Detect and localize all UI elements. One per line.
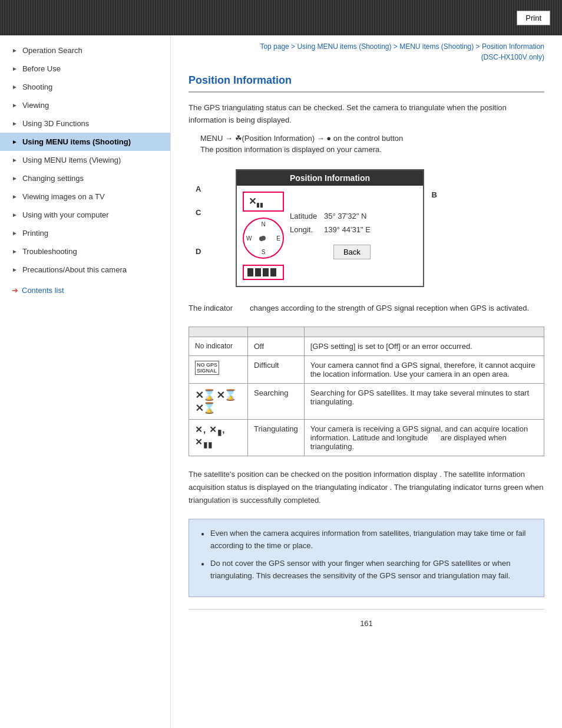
pos-info-header: Position Information bbox=[237, 170, 423, 186]
satellite-text: The satellite's position can be checked … bbox=[189, 468, 544, 507]
bar-seg-3 bbox=[263, 268, 269, 276]
note-box: Even when the camera acquires informatio… bbox=[189, 519, 544, 597]
sidebar-item-operation-search[interactable]: ► Operation Search bbox=[0, 41, 170, 60]
table-cell-indicator-1: NO GPSSIGNAL bbox=[189, 355, 248, 383]
table-row-2: ⨯⌛ ⨯⌛⨯⌛ Searching Searching for GPS sate… bbox=[189, 383, 544, 419]
breadcrumb: Top page > Using MENU items (Shooting) >… bbox=[189, 41, 544, 62]
table-header-status bbox=[248, 327, 305, 337]
main-layout: ► Operation Search ► Before Use ► Shooti… bbox=[0, 35, 562, 728]
label-d: D bbox=[196, 247, 201, 256]
table-cell-status-3: Triangulating bbox=[248, 419, 305, 456]
bar-indicator bbox=[243, 265, 284, 280]
pos-info-box: Position Information ✕▮▮ N S W E bbox=[236, 169, 424, 287]
table-cell-status-1: Difficult bbox=[248, 355, 305, 383]
latitude-row: Latitude 35° 37'32" N bbox=[290, 212, 371, 220]
label-c: C bbox=[196, 208, 201, 217]
back-button[interactable]: Back bbox=[333, 245, 371, 259]
table-cell-desc-0: [GPS setting] is set to [Off] or an erro… bbox=[304, 337, 544, 355]
arrow-icon: ► bbox=[12, 175, 18, 182]
sidebar-item-printing[interactable]: ► Printing bbox=[0, 224, 170, 242]
menu-line-2: The position information is displayed on… bbox=[200, 145, 544, 154]
longitude-label: Longit. bbox=[290, 225, 319, 234]
gps-table: No indicator Off [GPS setting] is set to… bbox=[189, 327, 544, 456]
compass-n: N bbox=[261, 221, 265, 228]
breadcrumb-dsc-note: (DSC-HX100V only) bbox=[481, 53, 544, 61]
arrow-icon: ► bbox=[12, 266, 18, 273]
table-cell-indicator-0: No indicator bbox=[189, 337, 248, 355]
gps-icon: ✕▮▮ bbox=[243, 192, 284, 212]
breadcrumb-top[interactable]: Top page bbox=[260, 42, 289, 51]
breadcrumb-menu-items-shooting[interactable]: MENU items (Shooting) bbox=[399, 42, 474, 51]
breadcrumb-using-menu-shooting[interactable]: Using MENU items (Shooting) bbox=[297, 42, 391, 51]
arrow-icon: ► bbox=[12, 139, 18, 145]
no-gps-icon: NO GPSSIGNAL bbox=[195, 361, 219, 375]
position-info-diagram: A B C D Position Information ✕▮▮ bbox=[189, 160, 544, 297]
table-cell-status-0: Off bbox=[248, 337, 305, 355]
pos-info-body: ✕▮▮ N S W E bbox=[237, 186, 423, 286]
indicator-text: The indicator changes according to the s… bbox=[189, 302, 544, 315]
sidebar: ► Operation Search ► Before Use ► Shooti… bbox=[0, 35, 171, 728]
triangulating-icon: ✕, ✕▮, ✕▮▮ bbox=[195, 424, 226, 447]
sidebar-item-viewing[interactable]: ► Viewing bbox=[0, 96, 170, 114]
note-item-1: Do not cover the GPS sensor with your fi… bbox=[201, 558, 532, 582]
sidebar-item-precautions[interactable]: ► Precautions/About this camera bbox=[0, 261, 170, 279]
table-cell-indicator-2: ⨯⌛ ⨯⌛⨯⌛ bbox=[189, 383, 248, 419]
latitude-value: 35° 37'32" N bbox=[324, 212, 366, 220]
bar-seg-4 bbox=[270, 268, 276, 276]
content-area: Top page > Using MENU items (Shooting) >… bbox=[171, 35, 562, 728]
arrow-icon: ► bbox=[12, 102, 18, 108]
sidebar-item-changing-settings[interactable]: ► Changing settings bbox=[0, 169, 170, 187]
bar-seg-1 bbox=[247, 268, 253, 276]
intro-text: The GPS triangulating status can be chec… bbox=[189, 102, 544, 127]
table-header-indicator bbox=[189, 327, 248, 337]
compass-e: E bbox=[276, 235, 280, 241]
bar-seg-2 bbox=[255, 268, 261, 276]
sidebar-item-using-menu-shooting[interactable]: ► Using MENU items (Shooting) bbox=[0, 133, 170, 151]
arrow-right-icon: ➔ bbox=[12, 286, 18, 295]
table-header-description bbox=[304, 327, 544, 337]
table-row-header bbox=[189, 327, 544, 337]
sidebar-item-troubleshooting[interactable]: ► Troubleshooting bbox=[0, 242, 170, 261]
pos-right: Latitude 35° 37'32" N Longit. 139° 44'31… bbox=[290, 192, 371, 280]
pos-left: ✕▮▮ N S W E bbox=[243, 192, 284, 280]
arrow-icon: ► bbox=[12, 47, 18, 54]
table-cell-indicator-3: ✕, ✕▮, ✕▮▮ bbox=[189, 419, 248, 456]
arrow-icon: ► bbox=[12, 212, 18, 218]
note-item-0: Even when the camera acquires informatio… bbox=[201, 528, 532, 552]
table-cell-status-2: Searching bbox=[248, 383, 305, 419]
menu-line-1: MENU → ☘(Position Information) → ● on th… bbox=[200, 134, 544, 143]
breadcrumb-position-info[interactable]: Position Information bbox=[482, 42, 544, 51]
latitude-label: Latitude bbox=[290, 212, 319, 220]
arrow-icon: ► bbox=[12, 230, 18, 236]
sidebar-item-using-computer[interactable]: ► Using with your computer bbox=[0, 206, 170, 224]
table-cell-desc-2: Searching for GPS satellites. It may tak… bbox=[304, 383, 544, 419]
print-button[interactable]: Print bbox=[517, 11, 550, 25]
page-title: Position Information bbox=[189, 74, 544, 93]
note-list: Even when the camera acquires informatio… bbox=[201, 528, 532, 582]
arrow-icon: ► bbox=[12, 248, 18, 255]
menu-instruction: MENU → ☘(Position Information) → ● on th… bbox=[189, 134, 544, 154]
longitude-value: 139° 44'31" E bbox=[324, 225, 371, 234]
label-b: B bbox=[432, 190, 437, 199]
table-row-0: No indicator Off [GPS setting] is set to… bbox=[189, 337, 544, 355]
sidebar-item-shooting[interactable]: ► Shooting bbox=[0, 78, 170, 96]
table-cell-desc-3: Your camera is receiving a GPS signal, a… bbox=[304, 419, 544, 456]
longitude-row: Longit. 139° 44'31" E bbox=[290, 225, 371, 234]
sidebar-item-3d-functions[interactable]: ► Using 3D Functions bbox=[0, 114, 170, 133]
compass-s: S bbox=[262, 249, 266, 255]
table-row-1: NO GPSSIGNAL Difficult Your camera canno… bbox=[189, 355, 544, 383]
sidebar-item-viewing-tv[interactable]: ► Viewing images on a TV bbox=[0, 187, 170, 206]
compass-circle: N S W E bbox=[243, 218, 284, 259]
searching-icon: ⨯⌛ ⨯⌛⨯⌛ bbox=[195, 389, 236, 414]
table-row-3: ✕, ✕▮, ✕▮▮ Triangulating Your camera is … bbox=[189, 419, 544, 456]
compass-w: W bbox=[246, 235, 252, 241]
label-a: A bbox=[196, 185, 201, 193]
arrow-icon: ► bbox=[12, 65, 18, 72]
table-cell-desc-1: Your camera cannot find a GPS signal, th… bbox=[304, 355, 544, 383]
sidebar-item-using-menu-viewing[interactable]: ► Using MENU items (Viewing) bbox=[0, 151, 170, 169]
arrow-icon: ► bbox=[12, 193, 18, 200]
sidebar-item-before-use[interactable]: ► Before Use bbox=[0, 60, 170, 78]
arrow-icon: ► bbox=[12, 84, 18, 90]
arrow-icon: ► bbox=[12, 157, 18, 163]
contents-list-link[interactable]: ➔ Contents list bbox=[0, 279, 170, 299]
